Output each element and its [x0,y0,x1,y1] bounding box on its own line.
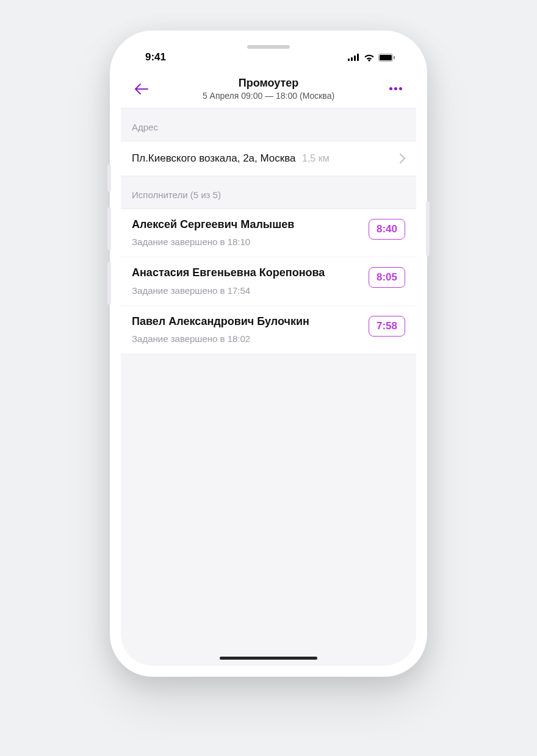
svg-rect-1 [351,57,353,61]
phone-frame: 9:41 Промоутер 5 Апреля 09:00 — 18:00 (М… [110,30,427,677]
time-badge: 8:40 [369,219,405,240]
nav-bar: Промоутер 5 Апреля 09:00 — 18:00 (Москва… [121,73,416,109]
time-badge: 7:58 [369,316,405,337]
address-text: Пл.Киевского возкала, 2а, Москва [132,152,296,164]
performers-section-label: Исполнители (5 из 5) [121,176,416,209]
page-subtitle: 5 Апреля 09:00 — 18:00 (Москва) [153,91,384,101]
address-row[interactable]: Пл.Киевского возкала, 2а, Москва 1,5 км [121,141,416,176]
status-time: 9:41 [145,51,166,63]
power-button [426,201,430,256]
address-distance: 1,5 км [302,153,330,163]
nav-title-block: Промоутер 5 Апреля 09:00 — 18:00 (Москва… [153,77,384,101]
performer-status: Задание завершено в 18:02 [132,333,361,344]
svg-rect-6 [394,56,395,59]
time-badge: 8:05 [369,267,405,288]
volume-down-button [107,262,111,305]
dots-icon [389,87,392,90]
back-button[interactable] [131,78,153,100]
performer-status: Задание завершено в 17:54 [132,285,361,296]
status-indicators [348,54,395,62]
chevron-right-icon [400,154,405,163]
svg-rect-3 [357,54,359,61]
mute-switch [107,165,111,191]
notch [201,41,336,62]
home-indicator[interactable] [220,657,317,660]
list-item[interactable]: Анастасия Евгеньевна Корепонова Задание … [121,257,416,305]
wifi-icon [364,54,375,62]
cellular-signal-icon [348,54,360,61]
address-section-label: Адрес [121,109,416,141]
battery-icon [378,54,395,62]
screen: 9:41 Промоутер 5 Апреля 09:00 — 18:00 (М… [121,41,416,666]
list-item[interactable]: Павел Александрович Булочкин Задание зав… [121,306,416,354]
svg-rect-0 [348,59,350,61]
svg-rect-5 [380,55,392,60]
arrow-left-icon [135,84,148,94]
more-button[interactable] [384,78,406,100]
page-title: Промоутер [153,77,384,90]
list-item[interactable]: Алексей Сергеевич Малышев Задание заверш… [121,209,416,257]
performer-name: Павел Александрович Булочкин [132,315,361,329]
performer-name: Алексей Сергеевич Малышев [132,218,361,232]
performer-name: Анастасия Евгеньевна Корепонова [132,266,361,280]
volume-up-button [107,207,111,250]
performer-status: Задание завершено в 18:10 [132,237,361,247]
svg-rect-2 [354,55,356,61]
performers-list: Алексей Сергеевич Малышев Задание заверш… [121,209,416,354]
address-text-wrap: Пл.Киевского возкала, 2а, Москва 1,5 км [132,152,330,165]
